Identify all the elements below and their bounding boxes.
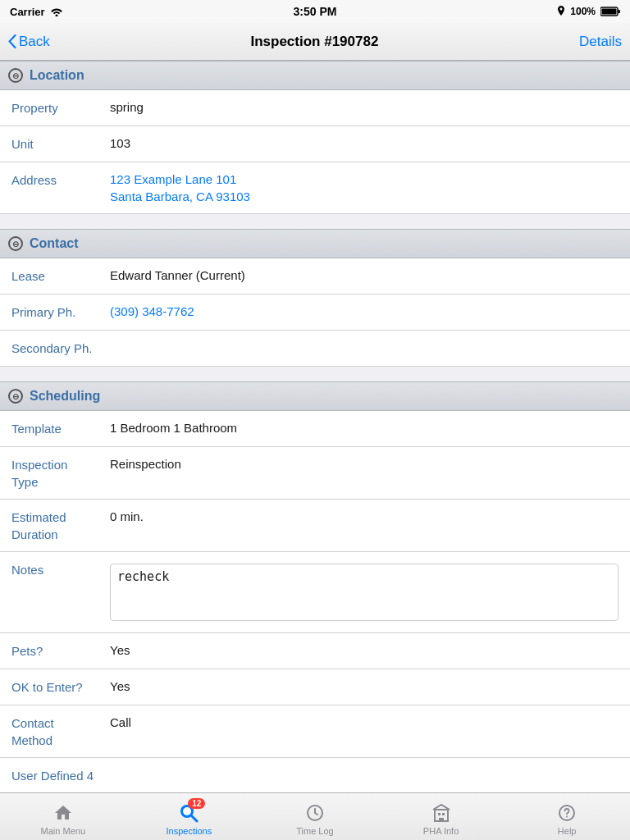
user-defined-4-label: User Defined 4 (11, 766, 110, 784)
back-label: Back (19, 34, 50, 50)
ok-to-enter-value: Yes (110, 678, 619, 695)
address-row: Address 123 Example Lane 101Santa Barbar… (0, 162, 630, 214)
pets-label: Pets? (11, 641, 110, 660)
unit-row: Unit 103 (0, 126, 630, 162)
details-button[interactable]: Details (579, 34, 622, 50)
lease-row: Lease Edward Tanner (Current) (0, 258, 630, 294)
template-value: 1 Bedroom 1 Bathroom (110, 419, 619, 436)
nav-title: Inspection #190782 (250, 34, 378, 50)
notes-label: Notes (11, 560, 110, 578)
contact-collapse-icon[interactable]: ⊖ (8, 236, 23, 251)
status-left: Carrier (10, 6, 63, 18)
battery-icon (600, 7, 620, 16)
home-icon (52, 801, 75, 824)
svg-rect-12 (439, 818, 444, 821)
tab-main-menu[interactable]: Main Menu (0, 793, 126, 840)
carrier-label: Carrier (10, 6, 45, 18)
inspection-type-label: InspectionType (11, 455, 110, 491)
status-bar: Carrier 3:50 PM 100% (0, 0, 630, 23)
status-time: 3:50 PM (294, 5, 337, 18)
template-row: Template 1 Bedroom 1 Bathroom (0, 411, 630, 447)
ok-to-enter-label: OK to Enter? (11, 678, 110, 696)
contact-method-label: ContactMethod (11, 714, 110, 749)
unit-value: 103 (110, 135, 619, 152)
section-header-scheduling: ⊖ Scheduling (0, 381, 630, 411)
section-header-location: ⊖ Location (0, 61, 630, 90)
inspection-type-value: Reinspection (110, 455, 619, 472)
nav-bar: Back Inspection #190782 Details (0, 23, 630, 61)
tab-pha-info[interactable]: PHA Info (378, 793, 504, 840)
lease-value: Edward Tanner (Current) (110, 267, 619, 284)
secondary-ph-label: Secondary Ph. (11, 339, 110, 357)
location-collapse-icon[interactable]: ⊖ (8, 68, 23, 83)
inspections-badge: 12 (188, 798, 205, 809)
tab-help[interactable]: Help (504, 793, 630, 840)
estimated-duration-value: 0 min. (110, 508, 619, 525)
wifi-icon (50, 7, 63, 16)
address-value[interactable]: 123 Example Lane 101Santa Barbara, CA 93… (110, 171, 619, 205)
tab-time-log-label: Time Log (296, 826, 333, 836)
location-section-title: Location (30, 68, 84, 83)
tab-inspections-label: Inspections (167, 826, 212, 836)
estimated-duration-row: EstimatedDuration 0 min. (0, 500, 630, 552)
tab-help-label: Help (558, 826, 577, 836)
svg-line-5 (192, 816, 197, 821)
unit-label: Unit (11, 135, 110, 153)
svg-rect-2 (602, 9, 617, 15)
estimated-duration-label: EstimatedDuration (11, 508, 110, 543)
template-label: Template (11, 419, 110, 437)
inspection-type-row: InspectionType Reinspection (0, 447, 630, 500)
svg-point-14 (566, 815, 568, 817)
pets-value: Yes (110, 641, 619, 659)
spacer-2 (0, 367, 630, 381)
battery-label: 100% (570, 6, 596, 17)
tab-main-menu-label: Main Menu (41, 826, 85, 836)
tab-bar: Main Menu 12 Inspections Time Log (0, 792, 630, 840)
lease-label: Lease (11, 267, 110, 285)
ok-to-enter-row: OK to Enter? Yes (0, 669, 630, 705)
svg-line-8 (315, 813, 317, 815)
scheduling-collapse-icon[interactable]: ⊖ (8, 389, 23, 404)
back-chevron-icon (8, 34, 16, 48)
property-row: Property spring (0, 90, 630, 126)
location-icon (557, 6, 565, 17)
notes-input[interactable]: recheck (110, 564, 619, 621)
building-icon (430, 801, 453, 824)
svg-rect-1 (619, 10, 621, 13)
property-label: Property (11, 98, 110, 116)
contact-method-row: ContactMethod Call (0, 705, 630, 758)
contact-method-value: Call (110, 714, 619, 731)
tab-time-log[interactable]: Time Log (252, 793, 378, 840)
clock-icon (304, 801, 326, 824)
svg-rect-11 (442, 813, 445, 815)
user-defined-4-row: User Defined 4 (0, 758, 630, 792)
primary-ph-value[interactable]: (309) 348-7762 (110, 303, 619, 320)
primary-ph-label: Primary Ph. (11, 303, 110, 321)
address-label: Address (11, 171, 110, 189)
tab-inspections[interactable]: 12 Inspections (126, 793, 253, 840)
notes-row: Notes recheck (0, 552, 630, 633)
section-header-contact: ⊖ Contact (0, 229, 630, 258)
back-button[interactable]: Back (8, 34, 50, 50)
spacer-1 (0, 214, 630, 229)
scheduling-section-title: Scheduling (30, 389, 100, 404)
secondary-ph-row: Secondary Ph. (0, 331, 630, 367)
svg-rect-10 (438, 813, 441, 815)
pets-row: Pets? Yes (0, 633, 630, 669)
primary-ph-row: Primary Ph. (309) 348-7762 (0, 294, 630, 331)
status-right: 100% (557, 6, 620, 17)
tab-pha-info-label: PHA Info (423, 826, 459, 836)
main-content: ⊖ Location Property spring Unit 103 Addr… (0, 61, 630, 792)
question-icon (555, 801, 578, 824)
search-icon: 12 (177, 801, 200, 824)
property-value: spring (110, 98, 619, 116)
contact-section-title: Contact (30, 236, 79, 251)
